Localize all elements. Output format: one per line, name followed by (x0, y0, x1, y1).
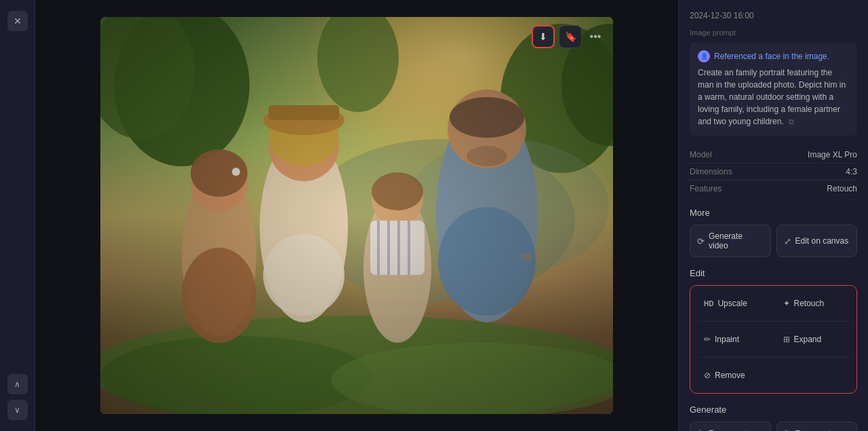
features-value: Retouch (827, 184, 857, 193)
image-toolbar: ⬇ 🔖 ••• (532, 25, 605, 48)
portrait-svg (100, 17, 613, 414)
ellipsis-icon: ••• (590, 31, 601, 43)
inpaint-button[interactable]: ✏ Inpaint (697, 329, 771, 350)
close-button[interactable]: ✕ (7, 11, 28, 31)
regenerate-icon: ⟳ (697, 428, 705, 431)
sidebar: ✕ ∧ ∨ (0, 0, 35, 431)
edit-on-canvas-button[interactable]: ⤢ Edit on canvas (776, 225, 858, 257)
svg-rect-38 (100, 17, 613, 414)
expand-button[interactable]: ⊞ Expand (776, 329, 850, 350)
timestamp: 2024-12-30 16:00 (690, 11, 857, 20)
chevron-down-icon: ∨ (14, 405, 20, 415)
right-panel: 2024-12-30 16:00 Image prompt 👤 Referenc… (678, 0, 868, 431)
generate-section-title: Generate (690, 405, 857, 415)
edit-section-box: HD Upscale ✦ Retouch ✏ Inpaint ⊞ Expand … (690, 285, 857, 394)
meta-dimensions-row: Dimensions 4:3 (690, 164, 857, 181)
upscale-label: Upscale (717, 299, 747, 308)
remove-button[interactable]: ⊘ Remove (697, 364, 850, 386)
edit-on-canvas-label: Edit on canvas (795, 236, 849, 246)
generate-actions-grid: ⟳ Regenerate ✎ Reprompt (690, 421, 857, 431)
retouch-button[interactable]: ✦ Retouch (776, 293, 850, 314)
meta-features-row: Features Retouch (690, 181, 857, 197)
expand-label: Expand (794, 335, 822, 344)
sidebar-middle: ∧ ∨ (7, 374, 28, 420)
inpaint-label: Inpaint (715, 335, 739, 344)
inpaint-icon: ✏ (704, 335, 711, 344)
generate-video-icon: ⟳ (697, 236, 705, 246)
avatar: 👤 (698, 50, 710, 62)
download-button[interactable]: ⬇ (532, 25, 555, 48)
meta-table: Model Image XL Pro Dimensions 4:3 Featur… (690, 147, 857, 197)
dimensions-value: 4:3 (846, 167, 857, 176)
prompt-box: 👤 Referenced a face in the image. Create… (690, 42, 857, 136)
more-section-title: More (690, 208, 857, 218)
bookmark-button[interactable]: 🔖 (559, 25, 582, 48)
regenerate-button[interactable]: ⟳ Regenerate (690, 421, 771, 431)
reprompt-button[interactable]: ✎ Reprompt (776, 421, 858, 431)
remove-label: Remove (715, 371, 745, 380)
more-options-button[interactable]: ••• (586, 27, 605, 46)
upscale-button[interactable]: HD Upscale (697, 293, 771, 314)
regenerate-label: Regenerate (709, 429, 751, 432)
meta-model-row: Model Image XL Pro (690, 147, 857, 164)
dimensions-label: Dimensions (690, 167, 732, 176)
edit-section-title: Edit (690, 268, 857, 278)
model-value: Image XL Pro (808, 150, 857, 160)
close-icon: ✕ (14, 16, 22, 26)
more-actions-grid: ⟳ Generate video ⤢ Edit on canvas (690, 225, 857, 257)
download-icon: ⬇ (539, 31, 547, 42)
main-image (100, 17, 613, 414)
prompt-face-ref[interactable]: Referenced a face in the image. (714, 52, 829, 61)
nav-up-button[interactable]: ∧ (7, 374, 28, 394)
retouch-icon: ✦ (783, 299, 790, 308)
model-label: Model (690, 150, 712, 160)
nav-down-button[interactable]: ∨ (7, 400, 28, 420)
bookmark-icon: 🔖 (565, 31, 576, 42)
sidebar-top: ✕ (7, 11, 28, 31)
prompt-text: Create an family portrait featuring the … (698, 67, 849, 128)
expand-icon: ⊞ (783, 335, 790, 344)
remove-icon: ⊘ (704, 371, 711, 380)
reprompt-label: Reprompt (795, 429, 831, 432)
copy-prompt-icon[interactable]: ⧉ (789, 116, 794, 128)
features-label: Features (690, 184, 722, 193)
image-prompt-label: Image prompt (690, 29, 857, 37)
image-container: ⬇ 🔖 ••• (100, 17, 613, 414)
prompt-header: 👤 Referenced a face in the image. (698, 50, 849, 62)
edit-canvas-icon: ⤢ (784, 236, 791, 246)
chevron-up-icon: ∧ (14, 379, 20, 389)
upscale-icon: HD (704, 300, 713, 307)
generate-video-button[interactable]: ⟳ Generate video (690, 225, 771, 257)
reprompt-icon: ✎ (784, 428, 791, 431)
edit-grid: HD Upscale ✦ Retouch ✏ Inpaint ⊞ Expand … (697, 293, 850, 386)
generate-video-label: Generate video (709, 231, 764, 250)
image-area: ⬇ 🔖 ••• (35, 0, 678, 431)
retouch-label: Retouch (794, 299, 825, 308)
